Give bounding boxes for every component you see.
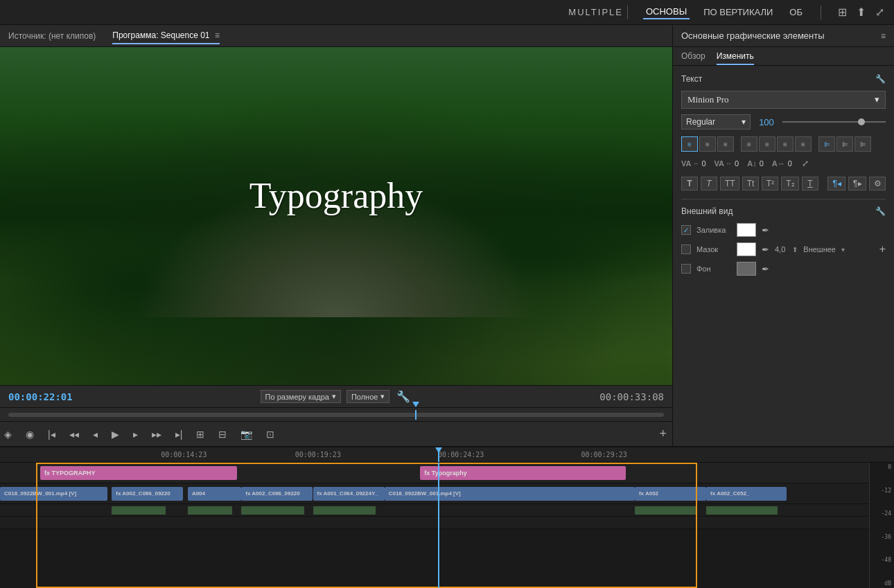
para-right-btn[interactable]: ¶▸ <box>848 177 866 190</box>
audio-clip-6[interactable] <box>706 506 778 515</box>
nav-other[interactable]: ОБ <box>787 6 805 19</box>
align-vert-center-btn[interactable]: ⊫ <box>836 136 853 152</box>
appearance-wrench-icon[interactable]: 🔧 <box>875 206 886 216</box>
vu-label-db: dB <box>882 580 891 587</box>
total-timecode: 00:00:33:08 <box>599 391 664 402</box>
fit-dropdown[interactable]: По размеру кадра ▾ <box>261 390 341 403</box>
align-vert-left-btn[interactable]: ⊫ <box>818 136 835 152</box>
step-fwd-btn[interactable]: ▸ <box>129 426 142 443</box>
metric-baseline[interactable]: A↔ 0 <box>772 159 792 168</box>
align-justify-center-btn[interactable]: ≡ <box>759 136 775 152</box>
extract-btn[interactable]: ⊟ <box>214 426 231 443</box>
align-center-btn[interactable]: ≡ <box>699 136 716 152</box>
fast-fwd-btn[interactable]: ▸▸ <box>148 426 166 443</box>
fill-row: Заливка ✒ <box>681 223 886 237</box>
clip-v1-7[interactable]: fx A002 <box>635 487 706 501</box>
stroke-color-swatch[interactable] <box>737 242 756 256</box>
right-panel-menu-icon[interactable]: ≡ <box>881 31 886 41</box>
stroke-type: Внешнее <box>803 245 836 253</box>
mark-in-btn[interactable]: ◈ <box>0 426 16 443</box>
clip-typography1[interactable]: fx TYPOGRAPHY <box>40 466 237 480</box>
add-stroke-btn[interactable]: + <box>879 243 886 256</box>
camera-btn[interactable]: 📷 <box>236 426 256 443</box>
scrubber-bar[interactable] <box>0 407 672 421</box>
bg-color-swatch[interactable] <box>737 262 756 276</box>
audio-clip-2[interactable] <box>188 506 233 515</box>
add-transport-btn[interactable]: + <box>659 427 667 441</box>
text-wrench-icon[interactable]: 🔧 <box>875 74 886 84</box>
italic-btn[interactable]: T <box>701 177 717 190</box>
superscript-btn[interactable]: T² <box>762 177 779 190</box>
clip-v1-4[interactable]: fx A002_C086_09220 <box>241 487 313 501</box>
rewind-btn[interactable]: ◂ <box>89 426 102 443</box>
clip-v1-6[interactable]: C018_0922BW_001.mp4 [V] <box>385 487 635 501</box>
program-menu-icon[interactable]: ≡ <box>215 30 220 40</box>
subscript-btn[interactable]: T₂ <box>781 177 799 190</box>
smallcaps-btn[interactable]: Tt <box>742 177 759 190</box>
settings-icon[interactable]: 🔧 <box>395 389 412 404</box>
appearance-section-header: Внешний вид 🔧 <box>681 206 886 216</box>
video-title-text: Typography <box>249 175 423 216</box>
bg-label: Фон <box>696 265 731 273</box>
nav-po-vertikali[interactable]: ПО ВЕРТИКАЛИ <box>701 6 775 19</box>
clip-v1-1[interactable]: C018_0922BW_001.mp4 [V] <box>0 487 107 501</box>
export-icon[interactable]: ⬆ <box>855 4 867 20</box>
nav-osnovyi[interactable]: ОСНОВЫ <box>643 5 690 19</box>
scrubber-track[interactable] <box>8 413 664 417</box>
stroke-eyedropper-icon[interactable]: ✒ <box>762 244 769 255</box>
fill-eyedropper-icon[interactable]: ✒ <box>762 225 769 235</box>
audio-clip-4[interactable] <box>313 506 376 515</box>
font-dropdown[interactable]: Minion Pro ▾ <box>681 91 886 109</box>
clip-v1-2[interactable]: fx A002_C086_09220 <box>112 487 183 501</box>
fill-color-swatch[interactable] <box>737 223 756 237</box>
align-justify-right-btn[interactable]: ≡ <box>777 136 794 152</box>
metrics-more-btn[interactable]: ⤢ <box>800 157 810 170</box>
allcaps-btn[interactable]: TT <box>720 177 739 190</box>
tab-izmenit[interactable]: Изменить <box>717 51 754 65</box>
glyph-btn[interactable]: ⚙ <box>869 177 886 190</box>
stroke-checkbox[interactable] <box>681 244 691 254</box>
font-size-slider[interactable] <box>782 121 886 123</box>
align-right-btn[interactable]: ≡ <box>717 136 734 152</box>
audio-clip-1[interactable] <box>112 506 165 515</box>
next-frame-btn[interactable]: ▸| <box>171 426 187 443</box>
metric-tracking[interactable]: VA ↔ 0 <box>715 159 739 168</box>
track-audio-2 <box>0 517 894 529</box>
timeline-timecodes: 00:00:14:23 00:00:19:23 00:00:24:23 00:0… <box>0 447 894 463</box>
stroke-type-chevron[interactable]: ▾ <box>841 246 845 253</box>
font-selector: Minion Pro ▾ <box>681 91 886 109</box>
bg-checkbox[interactable] <box>681 264 691 274</box>
fullscreen-icon[interactable]: ⤢ <box>874 4 886 20</box>
fill-checkbox[interactable] <box>681 225 691 235</box>
metric-leading[interactable]: A↕ 0 <box>747 159 764 168</box>
play-btn[interactable]: ▶ <box>107 426 123 443</box>
align-vert-right-btn[interactable]: ⊫ <box>854 136 871 152</box>
clip-v1-5[interactable]: fx A001_C064_09224Y_ <box>313 487 385 501</box>
underline-btn[interactable]: T <box>802 177 818 190</box>
export-frame-btn[interactable]: ⊡ <box>262 426 279 443</box>
timeline-section: 00:00:14:23 00:00:19:23 00:00:24:23 00:0… <box>0 446 894 588</box>
clip-typography2[interactable]: fx Typography <box>420 466 626 480</box>
tab-obzor[interactable]: Обзор <box>681 51 705 65</box>
insert-btn[interactable]: ⊞ <box>192 426 209 443</box>
clip-v1-8[interactable]: fx A002_C052_ <box>706 487 787 501</box>
prev-frame-btn[interactable]: |◂ <box>44 426 60 443</box>
audio-clip-3[interactable] <box>241 506 304 515</box>
mark-out-btn[interactable]: ◉ <box>21 426 38 443</box>
bg-eyedropper-icon[interactable]: ✒ <box>762 264 769 274</box>
source-tab[interactable]: Источник: (нет клипов) <box>8 28 96 44</box>
font-size-value[interactable]: 100 <box>756 117 777 127</box>
align-left-btn[interactable]: ≡ <box>681 136 698 152</box>
audio-clip-5[interactable] <box>635 506 697 515</box>
panels-icon[interactable]: ⊞ <box>836 4 848 20</box>
clip-v1-3[interactable]: A004 <box>188 487 241 501</box>
step-back-btn[interactable]: ◂◂ <box>65 426 83 443</box>
font-style-dropdown[interactable]: Regular ▾ <box>681 114 751 130</box>
program-tab[interactable]: Программа: Sequence 01 ≡ <box>112 28 220 44</box>
para-left-btn[interactable]: ¶◂ <box>827 177 845 190</box>
quality-dropdown[interactable]: Полное ▾ <box>347 390 390 403</box>
align-justify-btn[interactable]: ≡ <box>795 136 812 152</box>
metric-kerning[interactable]: VA ↔ 0 <box>681 159 706 168</box>
align-justify-left-btn[interactable]: ≡ <box>741 136 757 152</box>
bold-btn[interactable]: T <box>681 177 698 190</box>
